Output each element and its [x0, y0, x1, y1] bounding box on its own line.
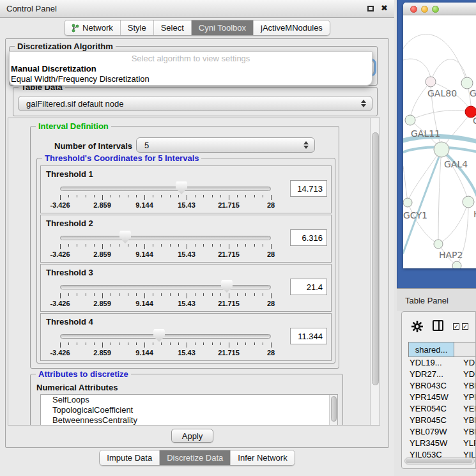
slider-thumb[interactable] — [119, 231, 131, 243]
slider-track[interactable] — [60, 187, 271, 191]
table-cell[interactable]: YBR043C — [408, 380, 454, 392]
tab-infer-network-label: Infer Network — [238, 453, 287, 463]
network-node[interactable] — [452, 261, 461, 268]
slider-tick — [212, 195, 213, 197]
network-edge[interactable] — [410, 82, 431, 120]
slider-tick — [271, 342, 272, 348]
network-window-titlebar — [403, 3, 476, 15]
table-row[interactable]: YDR27...YDR2 — [408, 369, 476, 380]
minimize-traffic-light[interactable] — [421, 6, 428, 13]
settings-scrollbar-thumb[interactable] — [372, 132, 379, 385]
threshold-value-field[interactable]: 6.316 — [290, 229, 327, 246]
table-cell[interactable]: YBL0 — [454, 426, 476, 438]
slider-tick — [254, 195, 255, 197]
slider-track[interactable] — [60, 236, 271, 240]
table-row[interactable]: YBL079WYBL0 — [408, 426, 476, 438]
network-edge[interactable] — [438, 149, 441, 243]
table-hscrollbar-thumb[interactable] — [406, 459, 472, 463]
tab-network[interactable]: Network — [65, 20, 120, 35]
gear-icon[interactable] — [411, 320, 424, 333]
slider-tick — [136, 293, 137, 296]
table-cell[interactable]: YLR345W — [408, 438, 454, 449]
table-row[interactable]: YER054CYER0 — [408, 403, 476, 415]
network-edge[interactable] — [410, 111, 471, 120]
settings-vertical-scrollbar[interactable] — [370, 118, 380, 426]
float-icon[interactable] — [367, 6, 374, 12]
table-cell[interactable]: YPR1 — [454, 392, 476, 403]
slider-thumb[interactable] — [153, 329, 165, 342]
network-node[interactable] — [403, 198, 412, 207]
num-intervals-combobox[interactable]: 5 — [136, 137, 315, 153]
attributes-list-scrollbar-thumb[interactable] — [331, 396, 337, 422]
table-row[interactable]: YLR345WYLR3 — [408, 438, 476, 449]
column-header-shared[interactable]: shared... — [408, 342, 454, 357]
close-icon[interactable]: ✖ — [381, 3, 388, 13]
tab-infer-network[interactable]: Infer Network — [230, 450, 294, 465]
network-edge[interactable] — [431, 59, 468, 83]
network-node[interactable] — [461, 77, 473, 89]
network-canvas[interactable]: GAL80GACGAL11GAL4GCY1HHAP2 — [403, 15, 476, 268]
table-cell[interactable]: YBR045C — [408, 415, 454, 426]
tab-cyni-toolbox[interactable]: Cyni Toolbox — [191, 20, 253, 35]
tick-label: 15.43 — [166, 201, 207, 209]
table-cell[interactable]: YDL19... — [408, 357, 454, 369]
network-edge-highlighted[interactable] — [443, 151, 476, 197]
attribute-item-betweennesscentrality[interactable]: BetweennessCentrality — [41, 415, 337, 426]
table-row[interactable]: YDL19...YDL1 — [408, 357, 476, 369]
slider-track[interactable] — [60, 285, 271, 289]
network-edge[interactable] — [440, 201, 468, 243]
slider-tick — [119, 195, 119, 197]
tick-label: 21.715 — [208, 201, 249, 209]
split-columns-icon[interactable] — [433, 320, 443, 331]
table-cell[interactable]: YBL079W — [408, 426, 454, 438]
network-node[interactable] — [405, 115, 415, 125]
attribute-item-selfloops[interactable]: SelfLoops — [41, 395, 337, 405]
slider-tick — [263, 342, 263, 345]
slider-tick — [245, 342, 246, 345]
checkbox-icon[interactable]: ✓ — [462, 323, 468, 330]
column-header-n[interactable]: n — [454, 342, 476, 357]
table-horizontal-scrollbar[interactable] — [404, 457, 475, 464]
threshold-value-field[interactable]: 11.344 — [290, 328, 327, 344]
slider-thumb[interactable] — [176, 181, 187, 194]
table-row[interactable]: YBR043CYBR0 — [408, 380, 476, 392]
table-data-combobox[interactable]: galFiltered.sif default node — [18, 96, 372, 111]
network-node-label: H — [473, 209, 476, 219]
network-node[interactable] — [434, 240, 443, 249]
close-traffic-light[interactable] — [410, 6, 417, 13]
tab-style[interactable]: Style — [120, 20, 153, 35]
table-row[interactable]: YBR045CYBR0 — [408, 415, 476, 426]
zoom-traffic-light[interactable] — [432, 6, 439, 13]
tab-impute-data[interactable]: Impute Data — [100, 450, 159, 465]
slider-tick — [94, 195, 95, 197]
attributes-list-scrollbar[interactable] — [329, 395, 337, 426]
slider-track[interactable] — [60, 334, 271, 339]
tab-jactivemnodules[interactable]: jActiveMNodules — [253, 20, 330, 35]
tab-discretize-data[interactable]: Discretize Data — [159, 450, 230, 465]
table-cell[interactable]: YER054C — [408, 403, 454, 415]
numerical-attributes-list[interactable]: SelfLoopsTopologicalCoefficientBetweenne… — [40, 394, 338, 426]
network-node[interactable] — [463, 196, 474, 208]
table-cell[interactable]: YPR145W — [408, 392, 454, 403]
table-cell[interactable]: YBR0 — [454, 415, 476, 426]
network-node[interactable] — [434, 142, 449, 157]
threshold-value-field[interactable]: 14.713 — [290, 180, 327, 197]
table-cell[interactable]: YLR3 — [454, 438, 476, 449]
network-edge[interactable] — [403, 166, 408, 202]
table-cell[interactable]: YDL1 — [454, 357, 476, 369]
dropdown-item-equal-width-frequency-discretization[interactable]: Equal Width/Frequency Discretization — [11, 74, 150, 84]
slider-thumb[interactable] — [221, 280, 233, 293]
dropdown-item-manual-discretization[interactable]: Manual Discretization — [11, 64, 96, 73]
checkbox-icon[interactable]: ✓ — [453, 323, 459, 330]
table-cell[interactable]: YDR27... — [408, 369, 454, 380]
attribute-item-topologicalcoefficient[interactable]: TopologicalCoefficient — [41, 405, 337, 415]
table-cell[interactable]: YER0 — [454, 403, 476, 415]
network-edge[interactable] — [408, 202, 438, 243]
table-cell[interactable]: YBR0 — [454, 380, 476, 392]
network-node[interactable] — [426, 77, 436, 87]
apply-button[interactable]: Apply — [171, 429, 213, 443]
table-row[interactable]: YPR145WYPR1 — [408, 392, 476, 403]
threshold-value-field[interactable]: 21.4 — [290, 279, 327, 295]
tab-select[interactable]: Select — [153, 20, 191, 35]
table-cell[interactable]: YDR2 — [454, 369, 476, 380]
